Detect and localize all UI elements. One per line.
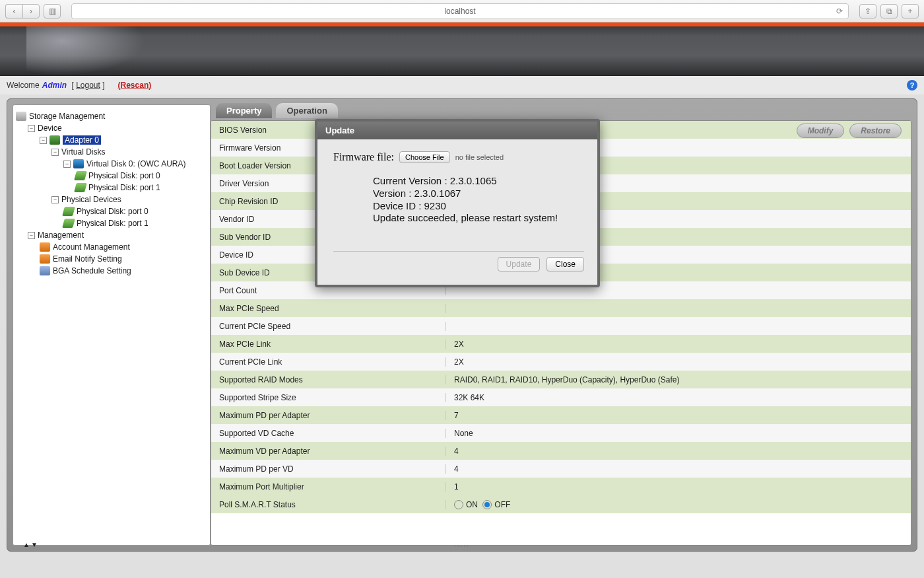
tree-email[interactable]: Email Notify Setting [53, 254, 122, 264]
property-label: Max PCIe Speed [211, 304, 446, 313]
property-row: Maximum PD per VD4 [211, 460, 911, 478]
tab-property[interactable]: Property [216, 103, 272, 118]
property-label: Max PCIe Link [211, 340, 446, 349]
property-value: 32K 64K [446, 393, 911, 402]
new-tab-button[interactable]: + [902, 4, 919, 18]
users-icon [40, 242, 50, 252]
property-label: Poll S.M.A.R.T Status [211, 500, 446, 509]
close-button[interactable]: Close [546, 257, 584, 271]
pdisk-icon [62, 219, 75, 228]
update-button[interactable]: Update [498, 257, 541, 271]
admin-user-link[interactable]: Admin [42, 81, 67, 90]
collapse-handle[interactable]: ▲▼ [23, 541, 39, 548]
no-file-label: no file selected [455, 153, 504, 161]
browser-toolbar: ‹ › ▥ localhost ⟳ ⇪ ⧉ + [0, 0, 924, 22]
choose-file-button[interactable]: Choose File [399, 151, 450, 163]
calendar-icon [40, 266, 50, 275]
logout-link[interactable]: Logout [76, 81, 100, 90]
resize-grip[interactable]: ····· [454, 542, 470, 550]
tree-physical-devices[interactable]: Physical Devices [61, 195, 121, 204]
property-value: 4 [446, 447, 911, 456]
app-header [0, 26, 924, 76]
back-button[interactable]: ‹ [5, 4, 22, 18]
tree-ppd0[interactable]: Physical Disk: port 0 [77, 207, 148, 216]
restore-button[interactable]: Restore [849, 124, 902, 138]
expander-icon[interactable]: − [40, 137, 47, 144]
property-value: 2X [446, 340, 911, 349]
smart-on-label: ON [466, 500, 478, 509]
property-label: Supported Stripe Size [211, 393, 446, 402]
property-row: Maximum VD per Adapter4 [211, 442, 911, 460]
mail-icon [40, 254, 50, 264]
tabs-button[interactable]: ⧉ [880, 4, 898, 18]
property-value: 2X [446, 357, 911, 367]
property-value: 4 [446, 464, 911, 474]
adapter-icon [50, 135, 60, 145]
property-row: Supported Stripe Size32K 64K [211, 388, 911, 406]
property-label: Current PCIe Speed [211, 322, 446, 331]
pdisk-icon [62, 207, 75, 216]
sidebar-toggle-button[interactable]: ▥ [44, 4, 61, 18]
modify-button[interactable]: Modify [797, 124, 845, 138]
tree-adapter-selected[interactable]: Adapter 0 [63, 135, 101, 145]
url-text: localhost [444, 7, 475, 16]
help-icon[interactable]: ? [907, 80, 917, 90]
property-value: None [446, 429, 911, 438]
expander-icon[interactable]: − [51, 149, 59, 156]
property-value: 1 [446, 482, 911, 491]
property-row: Current PCIe Speed [211, 317, 911, 335]
smart-off-radio[interactable] [482, 500, 492, 509]
modal-title: Update [317, 122, 597, 139]
update-modal: Update Firmware file: Choose File no fil… [315, 119, 600, 287]
address-bar[interactable]: localhost ⟳ [71, 3, 849, 19]
tree-pd1[interactable]: Physical Disk: port 1 [88, 183, 160, 192]
rescan-link[interactable]: (Rescan) [118, 81, 152, 90]
property-label: Maximum VD per Adapter [211, 447, 446, 456]
property-row: Maximum PD per Adapter7 [211, 406, 911, 424]
property-label: Maximum Port Multiplier [211, 482, 446, 491]
root-icon [16, 112, 26, 121]
property-label: Supported RAID Modes [211, 375, 446, 384]
expander-icon[interactable]: − [28, 232, 35, 239]
property-value: 7 [446, 411, 911, 420]
tree-account[interactable]: Account Management [53, 242, 130, 252]
tree-bga[interactable]: BGA Schedule Setting [53, 266, 131, 275]
property-row: Supported RAID ModesRAID0, RAID1, RAID10… [211, 371, 911, 388]
smart-off-label: OFF [494, 500, 510, 509]
reload-icon[interactable]: ⟳ [836, 7, 843, 16]
smart-on-radio[interactable] [454, 500, 463, 509]
tree-ppd1[interactable]: Physical Disk: port 1 [77, 219, 148, 228]
control-bar: Welcome Admin [ Logout ] (Rescan) ? [0, 76, 924, 94]
expander-icon[interactable]: − [28, 125, 35, 132]
property-row: Current PCIe Link2X [211, 353, 911, 371]
property-row: Max PCIe Speed [211, 299, 911, 317]
property-row: Supported VD CacheNone [211, 424, 911, 442]
tab-operation[interactable]: Operation [276, 103, 337, 118]
firmware-file-label: Firmware file: [333, 151, 394, 163]
tree-virtual-disks[interactable]: Virtual Disks [61, 147, 105, 157]
property-label: Supported VD Cache [211, 429, 446, 438]
update-message-text: Update succeeded, please restart system! [373, 212, 584, 225]
pdisk-icon [74, 183, 87, 192]
tree-management[interactable]: Management [38, 231, 84, 240]
property-label: Maximum PD per VD [211, 464, 446, 474]
expander-icon[interactable]: − [63, 161, 71, 168]
device-id-text: Device ID : 9230 [373, 200, 584, 213]
property-label: Maximum PD per Adapter [211, 411, 446, 420]
current-version-text: Current Version : 2.3.0.1065 [373, 175, 584, 188]
nav-tree: Storage Management −Device −Adapter 0 −V… [13, 104, 211, 546]
version-text: Version : 2.3.0.1067 [373, 188, 584, 200]
forward-button[interactable]: › [22, 4, 40, 18]
expander-icon[interactable]: − [51, 196, 59, 203]
tree-pd0[interactable]: Physical Disk: port 0 [88, 171, 160, 180]
share-button[interactable]: ⇪ [859, 4, 876, 18]
pdisk-icon [74, 171, 87, 180]
tree-device[interactable]: Device [38, 124, 62, 133]
welcome-label: Welcome [7, 81, 40, 90]
property-label: Current PCIe Link [211, 357, 446, 367]
property-value: RAID0, RAID1, RAID10, HyperDuo (Capacity… [446, 375, 911, 384]
divider [333, 251, 584, 252]
tree-root[interactable]: Storage Management [29, 112, 105, 121]
tree-vd0[interactable]: Virtual Disk 0: (OWC AURA) [86, 159, 185, 168]
property-row: Maximum Port Multiplier1 [211, 478, 911, 495]
